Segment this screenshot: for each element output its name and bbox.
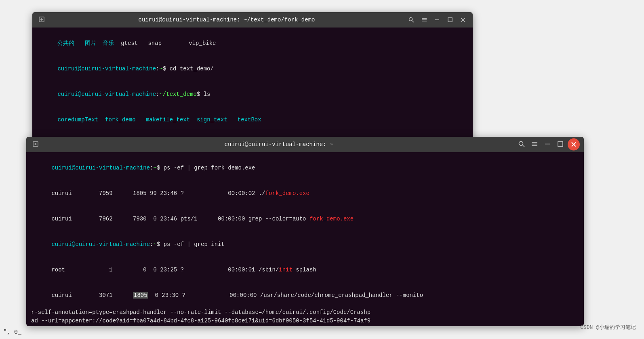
minimize-button-2[interactable] bbox=[542, 138, 553, 150]
menu-button-2[interactable] bbox=[529, 138, 540, 150]
svg-rect-9 bbox=[448, 18, 452, 22]
new-tab-button-1[interactable] bbox=[36, 14, 48, 25]
svg-line-4 bbox=[412, 21, 414, 22]
menu-button-1[interactable] bbox=[419, 14, 430, 25]
watermark-bottom-right: CSDN @小瑞的学习笔记 bbox=[580, 324, 636, 331]
window-title-2: cuirui@cuirui-virtual-machine: ~ bbox=[45, 141, 513, 148]
maximize-button-1[interactable] bbox=[444, 14, 456, 25]
terminal-line: cuirui 7959 1805 99 23:46 ? 00:00:02 ./f… bbox=[31, 181, 579, 206]
svg-point-15 bbox=[519, 142, 523, 146]
close-button-2[interactable] bbox=[568, 138, 580, 150]
minimize-button-1[interactable] bbox=[431, 14, 443, 25]
window-title-1: cuirui@cuirui-virtual-machine: ~/text_de… bbox=[51, 17, 402, 23]
svg-rect-21 bbox=[558, 142, 563, 146]
titlebar-1: cuirui@cuirui-virtual-machine: ~/text_de… bbox=[32, 12, 473, 28]
terminal-line: cuirui@cuirui-virtual-machine:~$ ps -ef … bbox=[31, 232, 579, 257]
terminal-window-1: cuirui@cuirui-virtual-machine: ~/text_de… bbox=[32, 12, 473, 141]
terminal-line: cuirui 3071 1805 0 23:30 ? 00:00:00 /usr… bbox=[31, 283, 579, 308]
terminal-line: r-self-annotation=ptype=crashpad-handler… bbox=[31, 308, 579, 317]
terminal-line: cuirui 7962 7930 0 23:46 pts/1 00:00:00 … bbox=[31, 206, 579, 232]
search-button-1[interactable] bbox=[406, 14, 417, 25]
terminal-line: ad --url=appcenter://code?aid=fba07a4d-8… bbox=[31, 317, 579, 325]
maximize-button-2[interactable] bbox=[555, 138, 566, 150]
titlebar-2: cuirui@cuirui-virtual-machine: ~ bbox=[26, 137, 584, 152]
bottom-snippet: ", 0_ bbox=[3, 329, 21, 336]
window-actions-1 bbox=[406, 14, 469, 25]
terminal-line: 公共的 图片 音乐 gtest snap vip_bike bbox=[37, 31, 468, 56]
terminal-window-2: cuirui@cuirui-virtual-machine: ~ bbox=[26, 137, 584, 326]
terminal-line: cuirui@cuirui-virtual-machine:~$ ps -ef … bbox=[31, 155, 579, 181]
new-tab-button-2[interactable] bbox=[30, 139, 42, 150]
window-actions-2 bbox=[516, 138, 580, 150]
terminal-line: cuirui@cuirui-virtual-machine:~$ cd text… bbox=[37, 56, 468, 82]
terminal-body-1[interactable]: 公共的 图片 音乐 gtest snap vip_bike cuirui@cui… bbox=[32, 28, 473, 141]
terminal-line: cuirui@cuirui-virtual-machine:~/text_dem… bbox=[37, 82, 468, 107]
terminal-line: root 1 0 0 23:25 ? 00:00:01 /sbin/init s… bbox=[31, 257, 579, 283]
svg-point-3 bbox=[409, 18, 412, 21]
terminal-line: 62b46f4&iid=6dbf9050-3f54-41d5-904f-74af… bbox=[31, 325, 579, 326]
svg-line-16 bbox=[523, 145, 525, 147]
terminal-line: coredumpText fork_demo makefile_text sig… bbox=[37, 107, 468, 133]
search-button-2[interactable] bbox=[516, 138, 527, 150]
terminal-body-2[interactable]: cuirui@cuirui-virtual-machine:~$ ps -ef … bbox=[26, 152, 584, 326]
close-button-1[interactable] bbox=[457, 14, 469, 25]
